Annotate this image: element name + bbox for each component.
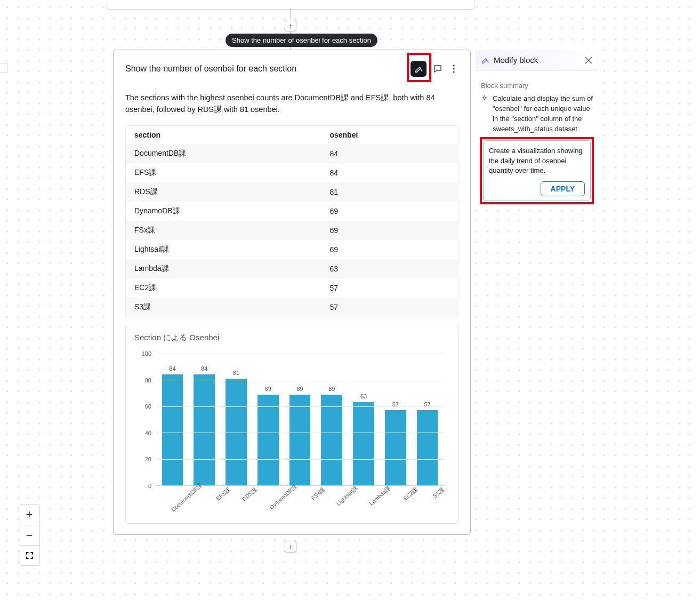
table-row: DynamoDB課69 — [126, 202, 458, 221]
table-row: DocumentDB課84 — [126, 144, 458, 163]
comment-icon[interactable] — [433, 62, 442, 75]
bar-slot: 84 — [192, 354, 217, 485]
y-axis: 020406080100 — [134, 347, 156, 518]
chart-bar[interactable]: 69 — [321, 395, 342, 485]
block-tooltip: Show the number of osenbei for each sect… — [226, 34, 377, 47]
col-header-osenbei: osenbei — [329, 131, 449, 139]
add-block-below-button[interactable]: + — [285, 541, 296, 553]
bar-slot: 81 — [224, 354, 249, 485]
bar-slot: 69 — [319, 354, 344, 485]
y-tick-label: 0 — [148, 483, 151, 489]
chart-bar[interactable]: 84 — [162, 374, 183, 485]
zoom-out-button[interactable]: − — [19, 525, 39, 545]
chart-bar[interactable]: 81 — [226, 379, 247, 485]
bar-slot: 57 — [383, 354, 408, 485]
y-tick-label: 60 — [145, 403, 151, 410]
y-tick-label: 100 — [142, 350, 151, 357]
col-header-section: section — [134, 131, 329, 139]
analysis-block[interactable]: Show the number of osenbei for each sect… — [113, 50, 471, 535]
table-row: RDS課81 — [126, 182, 458, 202]
chart-card: Section による Osenbei 020406080100 8484816… — [125, 325, 458, 524]
chart-bar[interactable]: 63 — [353, 402, 374, 485]
chart-bar[interactable]: 57 — [385, 410, 406, 485]
panel-title: Modify block — [494, 55, 580, 65]
bar-slot: 69 — [255, 354, 280, 485]
y-tick-label: 40 — [145, 430, 151, 436]
edit-block-button[interactable] — [411, 61, 427, 77]
add-block-above-button[interactable]: + — [285, 20, 296, 31]
bar-value-label: 84 — [201, 365, 207, 372]
table-row: S3課57 — [126, 298, 458, 317]
zoom-in-button[interactable]: + — [19, 505, 39, 525]
pencil-icon — [481, 56, 489, 65]
bar-value-label: 69 — [265, 386, 271, 392]
x-tick-label: S3課 — [424, 483, 459, 518]
chart-bar[interactable]: 84 — [194, 374, 215, 485]
svg-point-2 — [453, 71, 454, 73]
x-tick-label: Lambda課 — [366, 482, 406, 522]
bar-value-label: 69 — [328, 386, 335, 392]
x-tick-label: EFS課 — [211, 483, 245, 518]
x-tick-label: DynamoDB課 — [266, 481, 312, 526]
table-row: EC2課57 — [126, 278, 458, 298]
more-menu-icon[interactable] — [449, 62, 458, 75]
bar-value-label: 84 — [169, 365, 175, 372]
x-tick-label: EC2課 — [398, 483, 432, 518]
bar-slot: 57 — [415, 354, 440, 485]
table-row: Lightsail課69 — [126, 240, 458, 259]
modify-input-text[interactable]: Create a visualization showing the daily… — [489, 146, 585, 176]
chart-plot-area: 848481696969635757 — [156, 354, 444, 486]
bar-slot: 63 — [351, 354, 376, 485]
sparkle-icon — [481, 94, 488, 134]
chart-bar[interactable]: 69 — [258, 395, 279, 485]
table-row: FSx課69 — [126, 221, 458, 240]
bar-value-label: 63 — [360, 393, 367, 399]
block-summary-content: Calculate and display the sum of "osenbe… — [493, 94, 593, 134]
x-axis-labels: DocumentDB課EFS課RDS課DynamoDB課FSx課Lightsai… — [156, 488, 444, 518]
svg-point-0 — [453, 65, 454, 66]
bar-slot: 69 — [287, 354, 312, 485]
chart-bar[interactable]: 69 — [289, 395, 311, 485]
block-title: Show the number of osenbei for each sect… — [125, 64, 411, 74]
table-row: EFS課84 — [126, 163, 458, 182]
data-table: section osenbei DocumentDB課84 EFS課84 RDS… — [125, 125, 458, 317]
chart-title: Section による Osenbei — [134, 333, 449, 343]
block-summary-label: Block summary — [481, 82, 593, 90]
y-tick-label: 20 — [145, 456, 151, 462]
modify-block-panel: Modify block Block summary Calculate and… — [476, 50, 598, 209]
close-panel-button[interactable] — [584, 56, 593, 65]
chart-bar[interactable]: 57 — [417, 410, 438, 485]
y-tick-label: 80 — [145, 377, 151, 383]
apply-button[interactable]: APPLY — [541, 181, 585, 196]
table-row: Lambda課63 — [126, 259, 458, 278]
block-summary-text: The sections with the highest osenbei co… — [125, 92, 458, 116]
bar-value-label: 81 — [233, 370, 239, 376]
x-tick-label: RDS課 — [237, 483, 272, 518]
panel-header: Modify block — [476, 50, 598, 71]
svg-point-1 — [453, 68, 454, 69]
side-block-edge — [0, 63, 7, 73]
x-tick-label: Lightsail課 — [333, 482, 372, 522]
zoom-controls: + − — [19, 504, 40, 566]
fullscreen-button[interactable] — [19, 545, 39, 565]
modify-input-box[interactable]: Create a visualization showing the daily… — [483, 140, 591, 201]
x-tick-label: DocumentDB課 — [168, 479, 217, 528]
bar-slot: 84 — [160, 354, 185, 485]
bar-value-label: 69 — [296, 386, 303, 392]
table-header-row: section osenbei — [126, 126, 458, 144]
